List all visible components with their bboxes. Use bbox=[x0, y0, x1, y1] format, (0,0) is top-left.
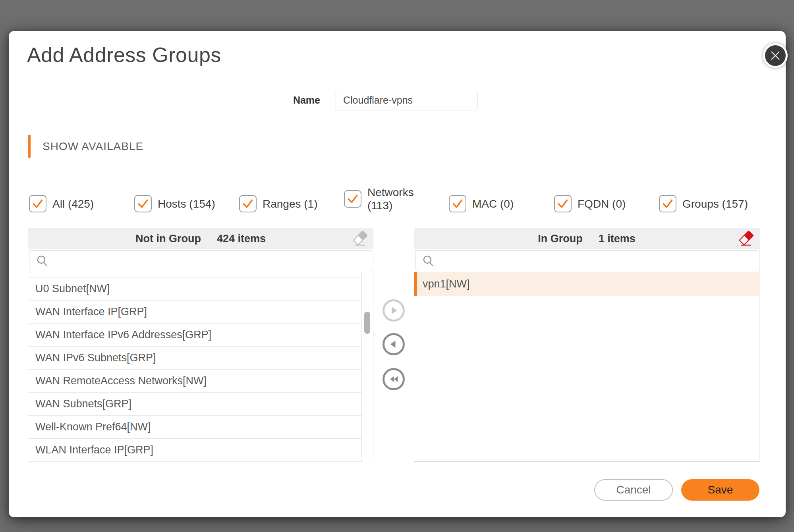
filter-label: Groups (157) bbox=[682, 197, 748, 210]
list-item[interactable]: WAN RemoteAccess Networks[NW] bbox=[28, 370, 362, 393]
list-item-label: WAN IPv6 Subnets[GRP] bbox=[35, 352, 156, 364]
not-in-group-header: Not in Group 424 items bbox=[28, 228, 373, 249]
checkbox[interactable] bbox=[29, 195, 46, 212]
filter-checkbox-item: MAC (0) bbox=[449, 195, 514, 212]
in-group-panel: In Group 1 items vpn1[NW] bbox=[414, 228, 759, 462]
list-item-label: WLAN Interface IP[GRP] bbox=[35, 444, 153, 456]
clear-group-button[interactable] bbox=[738, 230, 755, 247]
checkbox[interactable] bbox=[134, 195, 152, 212]
scrollbar[interactable] bbox=[361, 272, 373, 462]
list-item-label: WAN Subnets[GRP] bbox=[35, 398, 131, 410]
list-item-label: vpn1[NW] bbox=[423, 278, 470, 290]
filter-checkbox-item: Hosts (154) bbox=[134, 195, 215, 212]
add-address-groups-dialog: Add Address Groups Name SHOW AVAILABLE A… bbox=[9, 31, 786, 517]
panel-title: In Group bbox=[538, 233, 582, 245]
list-item[interactable]: WAN Subnets[GRP] bbox=[28, 393, 362, 416]
list-item[interactable]: WLAN Interface IP[GRP] bbox=[28, 439, 362, 462]
list-item[interactable]: vpn1[NW] bbox=[414, 272, 759, 296]
not-in-group-list: U0 Subnet[NW] WAN Interface IP[GRP] WAN … bbox=[28, 272, 373, 462]
in-group-search bbox=[415, 250, 758, 271]
list-item-label: WAN RemoteAccess Networks[NW] bbox=[35, 375, 207, 387]
filter-label: Networks (113) bbox=[367, 186, 421, 212]
cancel-button[interactable]: Cancel bbox=[594, 479, 673, 501]
panel-count: 1 items bbox=[599, 233, 636, 245]
arrow-left-icon bbox=[386, 337, 401, 351]
filter-label: MAC (0) bbox=[472, 197, 514, 210]
checkbox[interactable] bbox=[554, 195, 572, 212]
filter-label: Hosts (154) bbox=[158, 197, 215, 210]
checkmark-icon bbox=[30, 196, 45, 211]
show-available-section: SHOW AVAILABLE bbox=[28, 135, 143, 158]
close-button[interactable] bbox=[763, 43, 788, 68]
section-title: SHOW AVAILABLE bbox=[43, 140, 143, 153]
scrollbar-thumb[interactable] bbox=[364, 312, 370, 334]
filter-checkbox-item: Networks (113) bbox=[344, 186, 421, 212]
list-item[interactable]: WAN IPv6 Subnets[GRP] bbox=[28, 347, 362, 370]
filter-checkbox-item: Groups (157) bbox=[659, 195, 748, 212]
clear-selection-button[interactable] bbox=[352, 230, 369, 247]
filter-label: Ranges (1) bbox=[263, 197, 318, 210]
search-input[interactable] bbox=[49, 253, 372, 269]
checkmark-icon bbox=[240, 196, 255, 211]
name-label: Name bbox=[247, 94, 320, 106]
list-item[interactable]: WAN Interface IPv6 Addresses[GRP] bbox=[28, 324, 362, 347]
checkmark-icon bbox=[135, 196, 151, 211]
list-item-label: U0 Subnet[NW] bbox=[35, 283, 110, 295]
eraser-icon bbox=[352, 230, 369, 247]
list-item-label: WAN Interface IPv6 Addresses[GRP] bbox=[35, 329, 211, 341]
filter-checkbox-item: FQDN (0) bbox=[554, 195, 626, 212]
list-item[interactable]: WAN Interface IP[GRP] bbox=[28, 301, 362, 324]
move-all-left-button[interactable] bbox=[383, 368, 405, 390]
move-right-button[interactable] bbox=[383, 299, 405, 322]
partial-row bbox=[28, 272, 362, 278]
filter-checkbox-item: All (425) bbox=[29, 195, 94, 212]
eraser-red-icon bbox=[738, 230, 755, 247]
search-icon bbox=[421, 254, 435, 268]
checkbox[interactable] bbox=[239, 195, 257, 212]
dialog-title: Add Address Groups bbox=[27, 43, 221, 67]
double-arrow-left-icon bbox=[386, 372, 401, 386]
close-icon bbox=[769, 50, 781, 62]
search-input[interactable] bbox=[435, 253, 758, 269]
not-in-group-search bbox=[29, 250, 372, 271]
list-item-label: WAN Interface IP[GRP] bbox=[35, 306, 147, 318]
panel-count: 424 items bbox=[217, 233, 266, 245]
checkbox[interactable] bbox=[659, 195, 676, 212]
filter-label: All (425) bbox=[52, 197, 94, 210]
in-group-list: vpn1[NW] bbox=[414, 272, 759, 462]
checkmark-icon bbox=[450, 196, 465, 211]
save-button[interactable]: Save bbox=[681, 479, 759, 501]
filter-label: FQDN (0) bbox=[578, 197, 626, 210]
checkbox[interactable] bbox=[344, 190, 361, 208]
list-item-label: Well-Known Pref64[NW] bbox=[35, 421, 151, 433]
not-in-group-panel: Not in Group 424 items bbox=[28, 228, 373, 462]
search-icon bbox=[35, 254, 49, 268]
in-group-header: In Group 1 items bbox=[414, 228, 759, 249]
list-item[interactable]: U0 Subnet[NW] bbox=[28, 278, 362, 301]
checkmark-icon bbox=[660, 196, 675, 211]
arrow-right-icon bbox=[386, 303, 401, 318]
checkmark-icon bbox=[345, 191, 360, 206]
filter-checkbox-item: Ranges (1) bbox=[239, 195, 318, 212]
section-accent-bar bbox=[28, 135, 31, 158]
checkbox[interactable] bbox=[449, 195, 466, 212]
list-item[interactable]: Well-Known Pref64[NW] bbox=[28, 416, 362, 439]
checkmark-icon bbox=[555, 196, 570, 211]
panel-title: Not in Group bbox=[135, 233, 201, 245]
move-left-button[interactable] bbox=[383, 333, 405, 355]
name-input[interactable] bbox=[336, 90, 477, 110]
